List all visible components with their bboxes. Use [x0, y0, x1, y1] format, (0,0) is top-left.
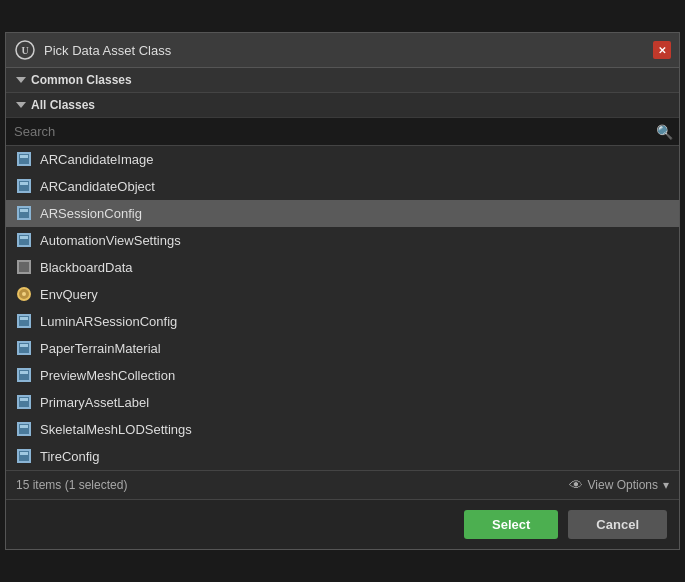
item-icon	[16, 286, 32, 302]
item-icon	[16, 421, 32, 437]
list-item[interactable]: ARSessionConfig	[6, 200, 679, 227]
all-classes-label: All Classes	[31, 98, 95, 112]
svg-text:U: U	[21, 45, 28, 56]
list-item[interactable]: BlackboardData	[6, 254, 679, 281]
item-label: PrimaryAssetLabel	[40, 395, 149, 410]
view-options-button[interactable]: 👁 View Options ▾	[569, 477, 669, 493]
common-classes-expand-icon	[16, 77, 26, 83]
close-button[interactable]: ✕	[653, 41, 671, 59]
list-item[interactable]: LuminARSessionConfig	[6, 308, 679, 335]
item-label: TireConfig	[40, 449, 99, 464]
all-classes-subsection: All Classes	[6, 93, 679, 118]
item-label: ARCandidateObject	[40, 179, 155, 194]
item-icon	[16, 340, 32, 356]
search-bar: 🔍	[6, 118, 679, 146]
select-button[interactable]: Select	[464, 510, 558, 539]
item-label: ARSessionConfig	[40, 206, 142, 221]
all-classes-expand-icon	[16, 102, 26, 108]
item-label: EnvQuery	[40, 287, 98, 302]
dialog-title: Pick Data Asset Class	[44, 43, 171, 58]
footer: 15 items (1 selected) 👁 View Options ▾	[6, 470, 679, 499]
cancel-button[interactable]: Cancel	[568, 510, 667, 539]
ue-logo-icon: U	[14, 39, 36, 61]
common-classes-label: Common Classes	[31, 73, 132, 87]
search-input[interactable]	[12, 120, 656, 143]
view-options-label: View Options	[588, 478, 658, 492]
item-icon	[16, 151, 32, 167]
eye-icon: 👁	[569, 477, 583, 493]
list-item[interactable]: ARCandidateImage	[6, 146, 679, 173]
item-icon	[16, 448, 32, 464]
list-container: ARCandidateImageARCandidateObjectARSessi…	[6, 146, 679, 470]
view-options-chevron-icon: ▾	[663, 478, 669, 492]
buttons-bar: Select Cancel	[6, 499, 679, 549]
list-item[interactable]: PrimaryAssetLabel	[6, 389, 679, 416]
list-item[interactable]: ARCandidateObject	[6, 173, 679, 200]
title-bar: U Pick Data Asset Class ✕	[6, 33, 679, 68]
item-label: BlackboardData	[40, 260, 133, 275]
item-icon	[16, 232, 32, 248]
list-item[interactable]: PreviewMeshCollection	[6, 362, 679, 389]
item-label: LuminARSessionConfig	[40, 314, 177, 329]
list-item[interactable]: PaperTerrainMaterial	[6, 335, 679, 362]
item-icon	[16, 367, 32, 383]
list-item[interactable]: TireConfig	[6, 443, 679, 470]
item-label: SkeletalMeshLODSettings	[40, 422, 192, 437]
item-label: ARCandidateImage	[40, 152, 153, 167]
item-icon	[16, 259, 32, 275]
item-label: PreviewMeshCollection	[40, 368, 175, 383]
pick-data-asset-dialog: U Pick Data Asset Class ✕ Common Classes…	[5, 32, 680, 550]
list-item[interactable]: AutomationViewSettings	[6, 227, 679, 254]
item-label: AutomationViewSettings	[40, 233, 181, 248]
item-icon	[16, 178, 32, 194]
item-icon	[16, 313, 32, 329]
common-classes-section: Common Classes	[6, 68, 679, 93]
title-bar-left: U Pick Data Asset Class	[14, 39, 171, 61]
list-item[interactable]: SkeletalMeshLODSettings	[6, 416, 679, 443]
item-icon	[16, 205, 32, 221]
item-label: PaperTerrainMaterial	[40, 341, 161, 356]
search-icon: 🔍	[656, 124, 673, 140]
item-count: 15 items (1 selected)	[16, 478, 127, 492]
class-list: ARCandidateImageARCandidateObjectARSessi…	[6, 146, 679, 470]
item-icon	[16, 394, 32, 410]
list-item[interactable]: EnvQuery	[6, 281, 679, 308]
